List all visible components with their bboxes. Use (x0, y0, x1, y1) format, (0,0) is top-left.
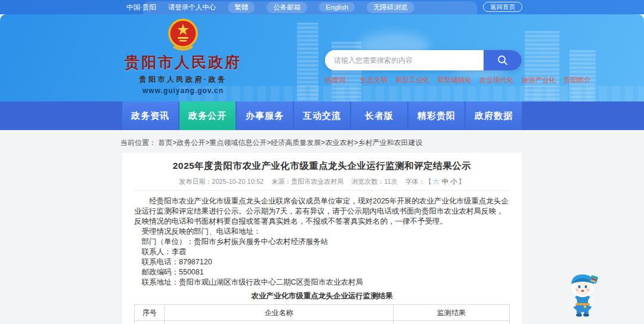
paragraph: 受理情况反映的部门、电话和地址： (134, 227, 510, 237)
article-body: 经贵阳市农业产业化市级重点龙头企业联席会议成员单位审定，现对2025年开展的农业… (134, 196, 510, 288)
cell-serial: 1 (135, 321, 165, 324)
site-url: www.guiyang.gov.cn (120, 87, 246, 95)
site-logo[interactable]: 贵阳市人民政府 贵阳市人民政府·政务 www.guiyang.gov.cn (120, 18, 246, 95)
national-emblem-icon (168, 18, 199, 51)
article-meta: 发布日期：2025-10-20 10:52 来源：贵阳市农业农村局 浏览次数：1… (134, 177, 510, 186)
hot-word-industrialization[interactable]: 新型工业化 (395, 76, 430, 85)
header-company: 企业名称 (165, 305, 394, 321)
hot-word-tourism[interactable]: 旅游产业化 (522, 76, 556, 85)
table-row: 1 贵州合力超市采购有限公司 合格 (135, 321, 510, 324)
font-size-large[interactable]: 大 (433, 178, 439, 185)
link-english[interactable]: English (319, 2, 355, 12)
skyline-strip (179, 86, 644, 101)
publish-date: 发布日期：2025-10-20 10:52 (179, 178, 264, 185)
hot-word-guiyang-intro[interactable]: 贵阳简介 (564, 76, 591, 85)
search-area: 热搜词： 生态文明 新型工业化 新型城镇化 农业现代化 旅游产业化 贵阳简介 (325, 50, 522, 85)
link-official-mail[interactable]: 公务邮箱 (267, 2, 307, 13)
article-card: 2025年度贵阳市农业产业化市级重点龙头企业运行监测和评定结果公示 发布日期：2… (122, 153, 522, 324)
font-size-bracket: 】 (459, 178, 465, 185)
site-subtitle: 贵阳市人民政府·政务 (120, 75, 246, 85)
link-accessibility[interactable]: 无障碍浏览 (367, 2, 414, 13)
topbar-links: 中国·贵阳 请登录个人中心 繁體 公务邮箱 English 无障碍浏览 (126, 2, 414, 13)
paragraph: 邮政编码：550081 (134, 267, 510, 277)
paragraph: 联系人：李霞 (134, 247, 510, 257)
assistant-mascot[interactable] (564, 270, 602, 317)
header-serial: 序号 (135, 305, 165, 321)
nav-item-gov-data[interactable]: 政府数据 (466, 101, 522, 130)
article-source: 来源：贵阳市农业农村局 (271, 178, 343, 185)
mascot-icon (564, 270, 602, 317)
meta-divider (134, 190, 510, 191)
hot-search-row: 热搜词： 生态文明 新型工业化 新型城镇化 农业现代化 旅游产业化 贵阳简介 (325, 76, 522, 85)
hot-word-urbanization[interactable]: 新型城镇化 (438, 76, 472, 85)
link-traditional-chinese[interactable]: 繁體 (228, 2, 255, 13)
paragraph: 经贵阳市农业产业化市级重点龙头企业联席会议成员单位审定，现对2025年开展的农业… (134, 196, 510, 227)
top-utility-bar: 中国·贵阳 请登录个人中心 繁體 公务邮箱 English 无障碍浏览 返回首页 (0, 0, 644, 14)
nav-item-services[interactable]: 办事服务 (237, 101, 293, 130)
font-size-small[interactable]: 小 (451, 178, 457, 185)
paragraph: 部门（单位）：贵阳市乡村振兴服务中心农村经济服务站 (134, 237, 510, 247)
breadcrumb-label: 当前位置： (120, 138, 156, 147)
view-count: 浏览次数：11次 (351, 178, 397, 185)
search-button[interactable] (484, 50, 522, 70)
paragraph: 联系地址：贵阳市观山湖区市级行政中心二期C区贵阳市农业农村局 (134, 277, 510, 288)
main-navigation: 政务资讯 政务公开 办事服务 互动交流 长者版 精彩贵阳 政府数据 (0, 101, 644, 130)
page-title: 2025年度贵阳市农业产业化市级重点龙头企业运行监测和评定结果公示 (134, 160, 510, 172)
link-login-personal-center[interactable]: 请登录个人中心 (168, 3, 216, 12)
nav-item-disclosure[interactable]: 政务公开 (179, 101, 236, 130)
font-size-medium[interactable]: 中 (442, 178, 448, 185)
search-icon (497, 54, 509, 66)
hot-word-ecology[interactable]: 生态文明 (360, 76, 388, 85)
hot-word-agriculture[interactable]: 农业现代化 (479, 76, 514, 85)
table-caption: 农业产业化市级重点龙头企业运行监测结果 (134, 291, 510, 301)
table-header-row: 序号 企业名称 监测结果 (135, 305, 510, 321)
paragraph: 联系电话：87987120 (134, 257, 510, 267)
monitor-result-table: 序号 企业名称 监测结果 1 贵州合力超市采购有限公司 合格 2 贵州友禾种业有… (134, 304, 510, 324)
return-home-button[interactable]: 返回首页 (483, 2, 522, 12)
breadcrumb: 当前位置： 首页>政务公开>重点领域信息公开>经济高质量发展>农业农村>乡村产业… (120, 138, 422, 148)
cell-company: 贵州合力超市采购有限公司 (165, 321, 394, 324)
nav-item-interaction[interactable]: 互动交流 (294, 101, 350, 130)
nav-item-news[interactable]: 政务资讯 (122, 101, 178, 130)
link-china-guiyang[interactable]: 中国·贵阳 (126, 3, 156, 12)
nav-item-senior-version[interactable]: 长者版 (351, 101, 407, 130)
nav-item-highlights[interactable]: 精彩贵阳 (408, 101, 465, 130)
header-result: 监测结果 (394, 305, 510, 321)
header-banner: 贵阳市人民政府 贵阳市人民政府·政务 www.guiyang.gov.cn 热搜… (0, 14, 644, 101)
site-title: 贵阳市人民政府 (120, 53, 246, 72)
search-input[interactable] (325, 50, 484, 70)
breadcrumb-path[interactable]: 首页>政务公开>重点领域信息公开>经济高质量发展>农业农村>乡村产业和农田建设 (158, 138, 422, 147)
cell-result: 合格 (394, 321, 510, 324)
font-size-label: 字体：【 (405, 178, 432, 185)
hot-search-label: 热搜词： (325, 76, 352, 85)
